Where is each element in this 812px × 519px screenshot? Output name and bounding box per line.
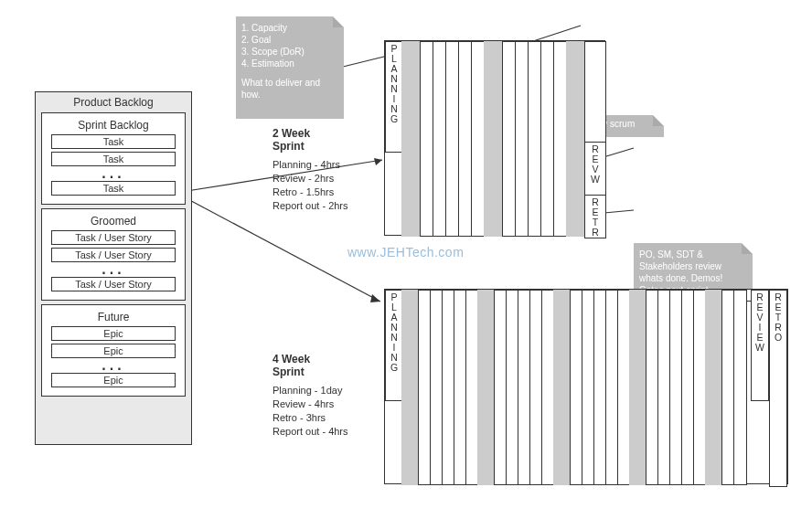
weekend-block xyxy=(553,290,572,485)
product-backlog-title: Product Backlog xyxy=(36,96,191,109)
review-label: REVW xyxy=(585,144,605,185)
product-backlog-panel: Product Backlog Sprint Backlog Task Task… xyxy=(35,91,192,445)
task-row: Task / User Story xyxy=(51,230,176,245)
task-row: Epic xyxy=(51,344,176,358)
retro-label: RETRO xyxy=(770,292,786,343)
note-line: 3. Scope (DoR) xyxy=(241,46,338,58)
four-week-sprint-text: 4 Week Sprint Planning - 1day Review - 4… xyxy=(272,353,382,438)
retro-label: RETR xyxy=(585,197,605,238)
two-week-sprint-timeline: PLANNING REVW RETR xyxy=(384,40,605,236)
note-line: What to deliver and how. xyxy=(241,77,338,101)
sprint-backlog-group: Sprint Backlog Task Task ... Task xyxy=(41,112,186,205)
weekend-block xyxy=(477,290,496,485)
planning-column: PLANNING xyxy=(385,290,403,401)
review-column: REVW xyxy=(584,142,606,196)
planning-label: PLANNING xyxy=(386,292,402,373)
retro-column: RETRO xyxy=(769,290,787,487)
planning-note: 1. Capacity 2. Goal 3. Scope (DoR) 4. Es… xyxy=(236,16,344,119)
weekend-block xyxy=(401,41,422,237)
weekend-block xyxy=(566,41,586,237)
ellipsis: ... xyxy=(51,361,176,370)
four-week-sprint-timeline: PLANNING REVIEW RETRO xyxy=(384,289,788,484)
task-row: Task / User Story xyxy=(51,248,176,262)
ellipsis: ... xyxy=(51,169,176,178)
day-column xyxy=(733,290,747,485)
task-row: Task xyxy=(51,134,176,149)
weekend-block xyxy=(484,41,504,237)
task-row: Epic xyxy=(51,326,176,341)
watermark-text: www.JEHTech.com xyxy=(347,245,464,260)
note-line: 4. Estimation xyxy=(241,58,338,69)
weekend-block xyxy=(401,290,420,485)
svg-line-4 xyxy=(336,55,391,69)
two-week-sprint-text: 2 Week Sprint Planning - 4hrs Review - 2… xyxy=(272,127,382,212)
retro-column: RETR xyxy=(584,195,606,238)
planning-label: PLANNING xyxy=(386,44,402,124)
task-row: Epic xyxy=(51,373,176,387)
note-line: 2. Goal xyxy=(241,34,338,46)
task-row: Task / User Story xyxy=(51,277,176,291)
task-row: Task xyxy=(51,152,176,166)
weekend-block xyxy=(705,290,723,485)
groomed-title: Groomed xyxy=(46,215,181,228)
planning-column: PLANNING xyxy=(385,41,403,153)
review-label: REVIEW xyxy=(752,292,768,353)
task-row: Task xyxy=(51,181,176,196)
sprint-backlog-title: Sprint Backlog xyxy=(46,119,181,132)
svg-marker-3 xyxy=(370,294,380,302)
groomed-group: Groomed Task / User Story Task / User St… xyxy=(41,208,186,301)
review-column: REVIEW xyxy=(751,290,769,401)
ellipsis: ... xyxy=(51,265,176,274)
future-group: Future Epic Epic ... Epic xyxy=(41,304,186,397)
note-line: 1. Capacity xyxy=(241,22,338,34)
weekend-block xyxy=(629,290,647,485)
future-title: Future xyxy=(46,311,181,323)
